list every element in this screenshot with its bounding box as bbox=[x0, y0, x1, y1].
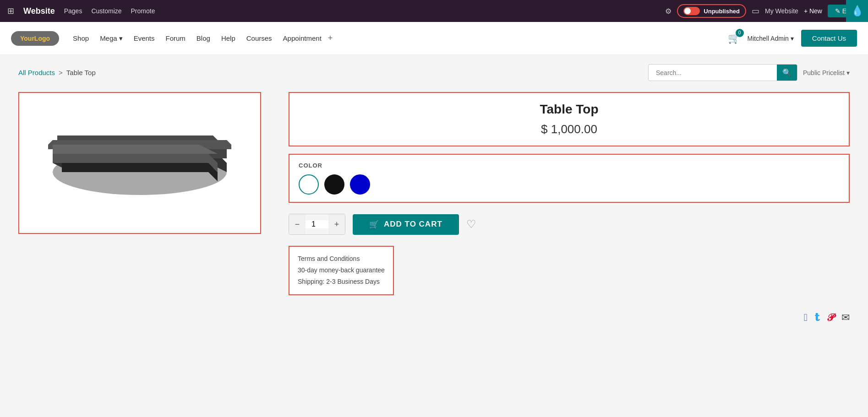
wishlist-button[interactable]: ♡ bbox=[466, 218, 476, 231]
breadcrumb-current-page: Table Top bbox=[66, 69, 96, 76]
nav-mega[interactable]: Mega ▾ bbox=[100, 34, 123, 43]
mega-chevron-icon: ▾ bbox=[119, 34, 123, 43]
breadcrumb-all-products[interactable]: All Products bbox=[18, 69, 55, 76]
breadcrumb-separator: > bbox=[59, 69, 63, 76]
customize-nav[interactable]: Customize bbox=[91, 7, 121, 15]
nav-help[interactable]: Help bbox=[221, 34, 235, 42]
pages-nav[interactable]: Pages bbox=[64, 7, 82, 15]
toggle-switch[interactable] bbox=[683, 7, 700, 15]
nav-blog[interactable]: Blog bbox=[197, 34, 210, 42]
logo-area[interactable]: YourLogo bbox=[11, 31, 59, 46]
nav-courses[interactable]: Courses bbox=[246, 34, 272, 42]
unpublished-label: Unpublished bbox=[704, 8, 740, 15]
social-row:  𝕥 𝒫 ✉ bbox=[289, 312, 850, 324]
search-icon: 🔍 bbox=[782, 69, 792, 76]
promote-nav[interactable]: Promote bbox=[131, 7, 155, 15]
heart-icon: ♡ bbox=[466, 218, 476, 230]
product-image-wrap bbox=[18, 92, 261, 234]
logo-your: Your bbox=[20, 35, 34, 42]
quantity-control: − + bbox=[289, 214, 345, 235]
add-to-cart-label: ADD TO CART bbox=[384, 220, 442, 229]
admin-bar: ⊞ Website Pages Customize Promote ⚙ Unpu… bbox=[0, 0, 868, 22]
product-price: $ 1,000.00 bbox=[303, 122, 835, 136]
color-label: COLOR bbox=[299, 162, 840, 169]
admin-user-dropdown[interactable]: Mitchell Admin ▾ bbox=[748, 35, 794, 42]
top-row: All Products > Table Top 🔍 Public Pricel… bbox=[18, 64, 850, 81]
breadcrumb: All Products > Table Top bbox=[18, 69, 96, 76]
product-image bbox=[19, 93, 260, 233]
color-swatch-white[interactable] bbox=[299, 174, 319, 195]
nav-bar-right: 🛒 0 Mitchell Admin ▾ Contact Us bbox=[728, 30, 857, 47]
main-content: All Products > Table Top 🔍 Public Pricel… bbox=[0, 55, 868, 417]
pricelist-dropdown[interactable]: Public Pricelist ▾ bbox=[803, 69, 850, 76]
odoo-dropdown[interactable]: 💧 bbox=[846, 0, 868, 22]
search-box: 🔍 bbox=[648, 64, 797, 81]
terms-box: Terms and Conditions 30-day money-back g… bbox=[289, 246, 394, 295]
my-website-dropdown[interactable]: My Website bbox=[765, 7, 798, 15]
cart-badge: 0 bbox=[736, 29, 744, 37]
search-area: 🔍 Public Pricelist ▾ bbox=[648, 64, 850, 81]
terms-line-3: Shipping: 2-3 Business Days bbox=[298, 276, 385, 287]
product-info: Table Top $ 1,000.00 COLOR − + bbox=[289, 92, 850, 324]
nav-links: Shop Mega ▾ Events Forum Blog Help Cours… bbox=[73, 33, 727, 43]
admin-bar-right: ⚙ Unpublished ▭ My Website + New ✎ Edit … bbox=[665, 4, 861, 18]
unpublished-toggle[interactable]: Unpublished bbox=[677, 4, 746, 18]
product-layout: Table Top $ 1,000.00 COLOR − + bbox=[18, 92, 850, 324]
admin-user-name: Mitchell Admin bbox=[748, 35, 789, 42]
odoo-drop-icon: 💧 bbox=[851, 5, 863, 17]
quantity-input[interactable] bbox=[306, 220, 328, 228]
terms-line-1: Terms and Conditions bbox=[298, 253, 385, 265]
facebook-icon[interactable]:  bbox=[804, 312, 808, 324]
nav-appointment[interactable]: Appointment bbox=[283, 34, 322, 42]
pricelist-chevron-icon: ▾ bbox=[846, 69, 850, 76]
color-swatch-blue[interactable] bbox=[350, 174, 370, 195]
admin-bar-left: ⊞ Website Pages Customize Promote bbox=[7, 6, 656, 16]
cart-icon-wrap[interactable]: 🛒 0 bbox=[728, 32, 740, 44]
quantity-increase-button[interactable]: + bbox=[328, 214, 345, 234]
logo[interactable]: YourLogo bbox=[11, 31, 59, 46]
pinterest-icon[interactable]: 𝒫 bbox=[827, 312, 834, 324]
terms-line-2: 30-day money-back guarantee bbox=[298, 265, 385, 276]
color-swatches bbox=[299, 174, 840, 195]
gear-icon[interactable]: ⚙ bbox=[665, 7, 671, 16]
pricelist-label: Public Pricelist bbox=[803, 69, 845, 76]
search-button[interactable]: 🔍 bbox=[777, 65, 797, 81]
twitter-icon[interactable]: 𝕥 bbox=[815, 312, 819, 324]
nav-forum[interactable]: Forum bbox=[166, 34, 186, 42]
new-button[interactable]: + New bbox=[804, 7, 822, 15]
color-box: COLOR bbox=[289, 154, 850, 203]
admin-user-chevron-icon: ▾ bbox=[791, 35, 794, 42]
add-nav-icon[interactable]: + bbox=[328, 33, 333, 43]
product-title-box: Table Top $ 1,000.00 bbox=[289, 92, 850, 146]
color-swatch-black[interactable] bbox=[324, 174, 344, 195]
cart-icon: 🛒 bbox=[369, 220, 379, 229]
product-image-svg bbox=[48, 113, 231, 213]
contact-us-button[interactable]: Contact Us bbox=[801, 30, 857, 47]
nav-bar: YourLogo Shop Mega ▾ Events Forum Blog H… bbox=[0, 22, 868, 55]
email-icon[interactable]: ✉ bbox=[841, 312, 850, 324]
product-name: Table Top bbox=[303, 102, 835, 117]
nav-events[interactable]: Events bbox=[134, 34, 155, 42]
search-input[interactable] bbox=[649, 65, 777, 80]
mobile-preview-icon[interactable]: ▭ bbox=[752, 6, 759, 16]
logo-logo: Logo bbox=[34, 35, 50, 42]
add-to-cart-button[interactable]: 🛒 ADD TO CART bbox=[353, 214, 459, 235]
website-title[interactable]: Website bbox=[23, 6, 55, 16]
slab-top bbox=[53, 145, 218, 154]
cart-row: − + 🛒 ADD TO CART ♡ bbox=[289, 214, 850, 235]
grid-icon[interactable]: ⊞ bbox=[7, 6, 14, 16]
nav-shop[interactable]: Shop bbox=[73, 34, 89, 42]
quantity-decrease-button[interactable]: − bbox=[289, 214, 306, 234]
